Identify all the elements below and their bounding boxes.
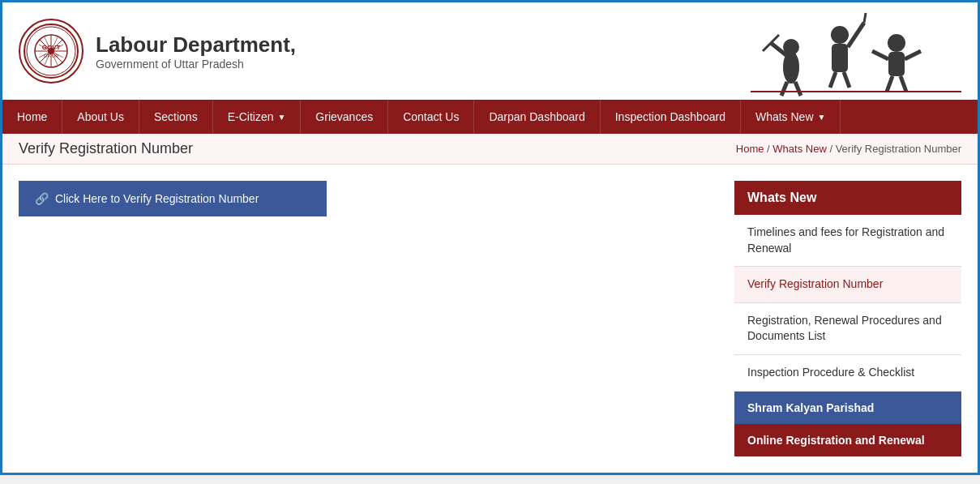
org-logo: GOVT OF UP — [19, 19, 83, 84]
breadcrumb-path: Home / Whats New / Verify Registration N… — [736, 143, 961, 155]
whats-new-dropdown-arrow: ▼ — [818, 113, 826, 122]
nav-contact-us[interactable]: Contact Us — [388, 100, 474, 134]
svg-line-29 — [905, 51, 921, 59]
sidebar-online-registration-header[interactable]: Online Registration and Renewal — [734, 424, 961, 456]
svg-line-20 — [795, 82, 801, 96]
svg-point-21 — [831, 26, 849, 44]
svg-line-17 — [763, 43, 771, 51]
nav-sections[interactable]: Sections — [139, 100, 213, 134]
svg-line-26 — [844, 72, 849, 88]
sidebar-item-timelines[interactable]: Timelines and fees for Registration and … — [734, 215, 961, 267]
svg-line-25 — [830, 72, 836, 88]
main-nav: Home About Us Sections E-Citizen ▼ Griev… — [2, 100, 978, 134]
nav-about-us[interactable]: About Us — [62, 100, 139, 134]
nav-grievances[interactable]: Grievances — [301, 100, 388, 134]
sidebar-item-inspection-checklist[interactable]: Inspection Procedure & Checklist — [734, 355, 961, 392]
breadcrumb-bar: Verify Registration Number Home / Whats … — [2, 134, 978, 165]
svg-line-24 — [864, 13, 866, 23]
svg-line-19 — [781, 82, 787, 96]
sidebar-shram-header[interactable]: Shram Kalyan Parishad — [734, 392, 961, 424]
sidebar-whats-new-header: Whats New — [734, 181, 961, 215]
verify-button-label: Click Here to Verify Registration Number — [55, 192, 259, 205]
svg-line-23 — [848, 23, 864, 47]
nav-e-citizen[interactable]: E-Citizen ▼ — [213, 100, 302, 134]
svg-line-31 — [887, 76, 892, 92]
main-content-area: 🔗 Click Here to Verify Registration Numb… — [19, 181, 718, 456]
svg-line-18 — [771, 35, 779, 43]
nav-inspection[interactable]: Inspection Dashboard — [601, 100, 741, 134]
svg-line-32 — [901, 76, 906, 92]
svg-point-27 — [888, 34, 905, 52]
link-icon: 🔗 — [35, 192, 49, 205]
svg-rect-28 — [888, 52, 905, 76]
svg-text:GOVT: GOVT — [42, 44, 61, 51]
sidebar-item-verify[interactable]: Verify Registration Number — [734, 267, 961, 303]
page-title: Verify Registration Number — [19, 140, 193, 157]
breadcrumb-home[interactable]: Home — [736, 143, 764, 155]
e-citizen-dropdown-arrow: ▼ — [277, 113, 285, 122]
verify-registration-button[interactable]: 🔗 Click Here to Verify Registration Numb… — [19, 181, 327, 216]
nav-whats-new[interactable]: Whats New ▼ — [741, 100, 841, 134]
sidebar-item-registration-procedures[interactable]: Registration, Renewal Procedures and Doc… — [734, 303, 961, 355]
nav-home[interactable]: Home — [2, 100, 62, 134]
nav-darpan[interactable]: Darpan Dashboard — [474, 100, 600, 134]
breadcrumb-whats-new[interactable]: Whats New — [772, 143, 826, 155]
breadcrumb-current: Verify Registration Number — [836, 143, 961, 155]
sidebar: Whats New Timelines and fees for Registr… — [734, 181, 961, 456]
svg-text:OF UP: OF UP — [44, 54, 58, 58]
header-workers-image — [751, 2, 961, 100]
svg-line-30 — [872, 51, 888, 59]
svg-rect-22 — [832, 44, 848, 72]
